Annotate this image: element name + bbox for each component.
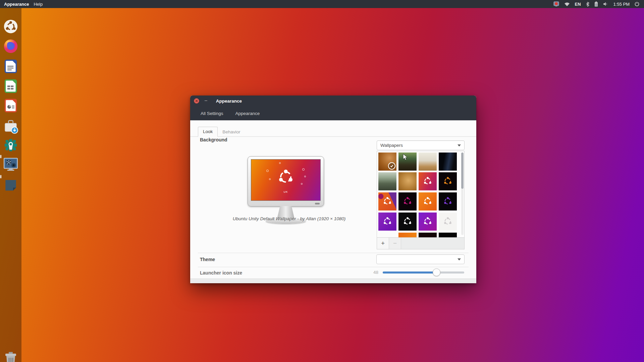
launcher-item-trash[interactable] <box>3 351 19 362</box>
tab-look[interactable]: Look <box>198 127 218 137</box>
selected-check-icon <box>388 162 395 170</box>
impress-icon <box>3 98 18 113</box>
settings-breadcrumb: All Settings Appearance <box>190 106 476 120</box>
appearance-window: ✕ – Appearance All Settings Appearance L… <box>190 96 476 283</box>
desktop-wallpaper: Appearance Help EN 1:55 PM <box>0 0 644 362</box>
logo-caption: UK <box>275 190 297 193</box>
divider <box>198 267 469 267</box>
nav-appearance[interactable]: Appearance <box>235 111 260 116</box>
wallpaper-thumbnail-warm-smoke-photo[interactable] <box>378 153 396 171</box>
wallpaper-thumbnail-black-purple-logo[interactable] <box>439 192 457 210</box>
launcher-size-label: Launcher icon size <box>200 270 242 276</box>
launcher-item-media-player[interactable] <box>3 157 19 173</box>
wallpaper-thumbnail-dark-red-lines[interactable] <box>419 233 437 237</box>
wallpaper-thumbnail-forest-photo[interactable] <box>398 153 417 171</box>
wallpaper-thumbnail-swirl-sand-photo[interactable] <box>398 172 417 190</box>
wallpaper-toolbar: + − <box>377 237 465 249</box>
bluetooth-icon[interactable] <box>586 2 589 7</box>
wallpaper-thumbnail-red-magenta-logo[interactable] <box>419 172 437 190</box>
wifi-icon[interactable] <box>564 2 570 6</box>
calc-icon <box>3 79 18 94</box>
launcher-size-slider[interactable] <box>383 272 464 274</box>
wallpaper-thumbnail-orange-white-logo[interactable] <box>419 192 437 210</box>
wallpaper-thumbnail-black-white-logo[interactable] <box>398 213 417 231</box>
chevron-down-icon <box>458 258 461 260</box>
ubuntu-dash-icon <box>3 19 18 34</box>
clock[interactable]: 1:55 PM <box>613 2 630 7</box>
top-panel: Appearance Help EN 1:55 PM <box>0 0 644 8</box>
keyboard-layout-indicator[interactable]: EN <box>575 2 581 7</box>
wallpaper-caption: Ubuntu Unity Default Wallpaper - by Alla… <box>200 216 378 221</box>
recorder-icon[interactable] <box>553 1 559 7</box>
remove-wallpaper-button[interactable]: − <box>389 238 401 249</box>
window-title: Appearance <box>216 99 242 104</box>
running-pip <box>0 175 1 178</box>
launcher-item-libreoffice-calc[interactable] <box>3 78 19 94</box>
trash-icon <box>4 352 17 362</box>
ubuntu-logo: UK <box>275 167 297 193</box>
wallpaper-preview-monitor: UK <box>248 156 324 206</box>
launcher-size-value: 48 <box>373 270 378 275</box>
menu-help[interactable]: Help <box>34 2 43 7</box>
add-wallpaper-button[interactable]: + <box>377 238 389 249</box>
launcher-item-libreoffice-writer[interactable] <box>3 58 19 74</box>
slider-handle[interactable] <box>433 268 440 276</box>
wallpaper-thumbnail-black-blank[interactable] <box>439 233 457 237</box>
battery-icon[interactable] <box>594 1 598 7</box>
unity-launcher <box>0 8 21 362</box>
window-bottom-strip <box>190 279 476 283</box>
close-button[interactable]: ✕ <box>194 98 199 104</box>
tab-bar: Look Behavior <box>190 127 476 137</box>
scrollbar-thumb[interactable] <box>461 153 464 189</box>
launcher-item-libreoffice-impress[interactable] <box>3 98 19 114</box>
volume-icon[interactable] <box>603 2 608 6</box>
window-body: Look Behavior Background UK <box>190 120 476 283</box>
launcher-item-system-settings[interactable] <box>3 137 19 153</box>
wallpaper-thumbnail-white-gray-logo[interactable] <box>439 213 457 231</box>
wallpaper-thumbnail-orange-gradient[interactable] <box>398 233 417 237</box>
dark-document-icon <box>4 178 18 192</box>
launcher-item-firefox[interactable] <box>3 38 19 54</box>
divider <box>198 253 469 253</box>
indicator-tray: EN 1:55 PM <box>553 1 644 7</box>
launcher-item-ubuntu-software[interactable] <box>3 118 19 134</box>
wallpaper-thumbnail-purple-white-logo[interactable] <box>378 213 396 231</box>
writer-icon <box>3 59 18 74</box>
chevron-down-icon <box>458 144 461 146</box>
firefox-icon <box>3 38 18 54</box>
launcher-item-workspace-doc[interactable] <box>3 177 19 193</box>
global-app-menu: Appearance Help <box>0 2 43 7</box>
theme-label: Theme <box>200 257 215 262</box>
launcher-item-ubuntu-dash[interactable] <box>3 18 19 35</box>
software-icon <box>3 119 18 134</box>
monitor-power-led <box>315 203 320 204</box>
wallpaper-grid-scrollbar[interactable] <box>461 153 464 235</box>
wallpaper-grid <box>377 151 465 237</box>
background-label: Background <box>200 137 227 142</box>
wallpaper-thumbnail-black-orange-logo[interactable] <box>439 172 457 190</box>
minimize-button[interactable]: – <box>205 98 207 103</box>
wallpaper-thumbnail-dark-station-photo[interactable] <box>439 153 457 171</box>
window-header: ✕ – Appearance All Settings Appearance <box>190 96 476 120</box>
running-pip <box>0 155 1 158</box>
nav-all-settings[interactable]: All Settings <box>201 111 223 116</box>
settings-gear-icon <box>3 137 18 153</box>
tab-behavior[interactable]: Behavior <box>218 127 245 137</box>
wallpaper-thumbnail-white-blank[interactable] <box>378 233 396 237</box>
app-menu-title[interactable]: Appearance <box>4 2 29 7</box>
wallpaper-thumbnail-black-pink-logo[interactable] <box>398 192 417 210</box>
wallpaper-source-value: Wallpapers <box>380 143 403 148</box>
theme-dropdown[interactable] <box>376 254 465 264</box>
wallpaper-preview-screen: UK <box>251 159 321 201</box>
wallpaper-thumbnail-geometric-community[interactable] <box>378 192 396 210</box>
wallpaper-source-dropdown[interactable]: Wallpapers <box>377 140 465 150</box>
close-icon: ✕ <box>195 99 198 103</box>
wallpaper-thumbnail-violet-white-logo[interactable] <box>419 213 437 231</box>
media-player-icon <box>3 158 18 172</box>
wallpaper-thumbnail-bridge-photo[interactable] <box>378 172 396 190</box>
power-icon[interactable] <box>635 2 639 6</box>
slider-fill <box>383 272 436 274</box>
wallpaper-thumbnail-interior-photo[interactable] <box>419 153 437 171</box>
